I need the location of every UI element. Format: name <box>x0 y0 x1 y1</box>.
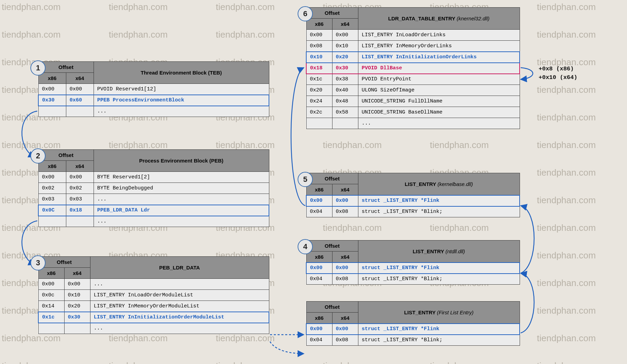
ldte-title: LDR_DATA_TABLE_ENTRY (knernel32.dll) <box>358 8 520 30</box>
table-row-highlighted: 0x000x00struct _LIST_ENTRY *Flink <box>306 263 520 274</box>
peb-title: Process Environment Block (PEB) <box>94 150 269 172</box>
offset-annotation-x86: +0x8 (x86) <box>539 66 574 72</box>
offset-header: Offset <box>306 173 358 184</box>
x64-header: x64 <box>332 19 358 30</box>
badge-2: 2 <box>30 148 46 164</box>
table-row: 0x040x08struct _LIST_ENTRY *Blink; <box>306 206 520 217</box>
x86-header: x86 <box>38 73 66 84</box>
x64-header: x64 <box>332 184 358 195</box>
ldte-table: Offset LDR_DATA_TABLE_ENTRY (knernel32.d… <box>306 7 520 129</box>
table-row-highlighted: 0x1c0x30LIST_ENTRY InInitializationOrder… <box>38 312 269 323</box>
x86-header: x86 <box>38 268 64 279</box>
table-row: 0x000x00LIST_ENTRY InLoadOrderLinks <box>306 30 520 41</box>
x86-header: x86 <box>306 313 332 324</box>
offset-annotation-x64: +0x10 (x64) <box>539 74 577 81</box>
ldr-table: Offset PEB_LDR_DATA x86 x64 0x000x00... … <box>38 256 269 334</box>
x64-header: x64 <box>332 313 358 324</box>
teb-title: Thread Environment Block (TEB) <box>94 62 269 84</box>
table-row: 0x030x03... <box>38 194 269 205</box>
table-row-highlighted-red: 0x180x30PVOID DllBase <box>306 63 520 74</box>
teb-table: Offset Thread Environment Block (TEB) x8… <box>38 61 269 117</box>
listentry-first-table: Offset LIST_ENTRY (First List Entry) x86… <box>306 301 520 346</box>
listentry-first-title: LIST_ENTRY (First List Entry) <box>358 302 520 324</box>
badge-5: 5 <box>298 172 313 187</box>
listentry-ntdll-title: LIST_ENTRY (ntdll.dll) <box>358 240 520 263</box>
x86-header: x86 <box>306 184 332 195</box>
table-row: 0x240x48UNICODE_STRING FullDllName <box>306 96 520 107</box>
badge-3: 3 <box>30 255 46 270</box>
offset-header: Offset <box>306 8 358 19</box>
diagram-canvas: 1 2 3 4 5 6 Offset Thread Environment Bl… <box>0 0 627 364</box>
badge-4: 4 <box>298 239 313 254</box>
ldr-title: PEB_LDR_DATA <box>90 257 269 279</box>
listentry-ntdll-table: Offset LIST_ENTRY (ntdll.dll) x86 x64 0x… <box>306 240 520 285</box>
offset-header: Offset <box>306 302 358 313</box>
peb-table: Offset Process Environment Block (PEB) x… <box>38 149 269 227</box>
table-row: ... <box>38 106 269 117</box>
table-row-highlighted: 0x000x00struct _LIST_ENTRY *Flink <box>306 195 520 206</box>
table-row: 0x040x08struct _LIST_ENTRY *Blink; <box>306 335 520 346</box>
offset-header: Offset <box>38 150 94 161</box>
table-row: 0x080x10LIST_ENTRY InMemoryOrderLinks <box>306 41 520 52</box>
listentry-kernelbase-table: Offset LIST_ENTRY (kernelbase.dll) x86 x… <box>306 173 520 217</box>
table-row: 0x020x02BYTE BeingDebugged <box>38 183 269 194</box>
table-row-highlighted: 0x0C0x18PPEB_LDR_DATA Ldr <box>38 205 269 216</box>
badge-1: 1 <box>30 60 46 76</box>
table-row-highlighted: 0x300x60PPEB ProcessEnvironmentBlock <box>38 95 269 106</box>
table-row-highlighted: 0x000x00struct _LIST_ENTRY *Flink <box>306 324 520 335</box>
x64-header: x64 <box>66 73 94 84</box>
x64-header: x64 <box>332 252 358 263</box>
table-row: ... <box>306 118 520 129</box>
table-row: 0x0c0x10LIST_ENTRY InLoadOrderModuleList <box>38 290 269 301</box>
table-row: 0x200x40ULONG SizeOfImage <box>306 85 520 96</box>
table-row: 0x000x00PVOID Reserved1[12] <box>38 84 269 95</box>
offset-header: Offset <box>38 257 90 268</box>
x64-header: x64 <box>66 161 94 172</box>
listentry-kernelbase-title: LIST_ENTRY (kernelbase.dll) <box>358 173 520 195</box>
table-row: 0x1c0x38PVOID EntryPoint <box>306 74 520 85</box>
offset-header: Offset <box>306 240 358 252</box>
x64-header: x64 <box>64 268 90 279</box>
table-row-highlighted: 0x100x20LIST_ENTRY InInitializationOrder… <box>306 52 520 63</box>
table-row: 0x000x00BYTE Reserved1[2] <box>38 172 269 183</box>
badge-6: 6 <box>298 6 313 21</box>
offset-header: Offset <box>38 62 94 73</box>
table-row: 0x040x08struct _LIST_ENTRY *Blink; <box>306 274 520 285</box>
table-row: 0x2c0x58UNICODE_STRING BaseDllName <box>306 107 520 118</box>
table-row: 0x000x00... <box>38 279 269 290</box>
table-row: 0x140x20LIST_ENTRY InMemoryOrderModuleLi… <box>38 301 269 312</box>
table-row: ... <box>38 216 269 227</box>
x86-header: x86 <box>306 19 332 30</box>
x86-header: x86 <box>306 252 332 263</box>
x86-header: x86 <box>38 161 66 172</box>
table-row: ... <box>38 323 269 334</box>
